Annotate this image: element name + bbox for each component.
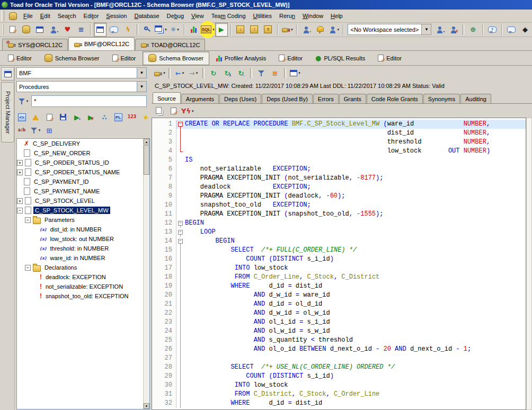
code-line[interactable]: 24 AND ol_w_id = s_w_id xyxy=(152,327,526,336)
menu-utilities[interactable]: Utilities xyxy=(250,11,276,21)
code-line[interactable]: 27 xyxy=(152,354,526,363)
workspace-dropdown-icon[interactable]: ▼ xyxy=(421,24,431,34)
window-tab-editor[interactable]: ✐Editor xyxy=(2,51,38,65)
tab-auditing[interactable]: Auditing xyxy=(460,94,491,104)
dropdown-arrow-icon[interactable]: ▾ xyxy=(212,28,215,32)
window-tab-schema-browser[interactable]: Schema Browser xyxy=(39,51,105,65)
code-line[interactable]: 7 PRAGMA EXCEPTION_INIT (not_serializabl… xyxy=(152,174,526,183)
window-tab-editor[interactable]: ✐Editor xyxy=(273,51,308,65)
back-icon[interactable]: ←▾ xyxy=(173,66,186,80)
fold-margin[interactable] xyxy=(176,381,185,390)
menu-database[interactable]: Database xyxy=(130,11,163,21)
fold-margin[interactable] xyxy=(176,291,185,300)
save-workspace-icon[interactable]: ▪ xyxy=(433,23,446,37)
code-line[interactable]: 13− LOOP xyxy=(152,228,526,237)
fold-margin[interactable] xyxy=(176,390,185,399)
code-line[interactable]: 16 COUNT (DISTINCT s_i_id) xyxy=(152,255,526,264)
code-line[interactable]: 3 threshold NUMBER, xyxy=(152,138,526,147)
options-icon[interactable]: ≡ xyxy=(269,66,281,80)
tree-item-declarations[interactable]: −Declarations xyxy=(17,263,149,272)
comment-icon[interactable] xyxy=(108,23,120,37)
code-line[interactable]: 21 AND d_id = ol_d_id xyxy=(152,300,526,309)
tree-item-threshold[interactable]: (x)threshold: in NUMBER xyxy=(17,244,149,253)
refresh-current-icon[interactable]: ↻1 xyxy=(221,66,234,80)
fold-margin[interactable] xyxy=(176,138,185,147)
schema-browser-dock-icon[interactable] xyxy=(1,67,14,81)
disconnect-icon[interactable]: ✗▾ xyxy=(281,23,294,37)
menu-debug[interactable]: Debug xyxy=(163,11,188,21)
tree-item-ware_id[interactable]: (x)ware_id: in NUMBER xyxy=(17,253,149,263)
fold-margin[interactable] xyxy=(176,318,185,327)
dropdown-arrow-icon[interactable]: ▾ xyxy=(182,71,184,75)
fold-margin[interactable] xyxy=(176,192,185,201)
execute-icon[interactable]: ▶ xyxy=(215,23,228,37)
code-line[interactable]: 23 AND ol_i_id = s_i_id xyxy=(152,318,526,327)
code-line[interactable]: 17 INTO low_stock xyxy=(152,264,526,273)
fold-margin[interactable] xyxy=(176,399,185,408)
object-tree[interactable]: ✗C_SP_DELIVERYC_SP_NEW_ORDER+C_SP_ORDER_… xyxy=(16,138,150,409)
menu-grip[interactable] xyxy=(2,11,4,21)
dropdown-arrow-icon[interactable]: ▾ xyxy=(298,71,300,75)
fold-margin[interactable]: − xyxy=(176,219,185,228)
monitor-icon[interactable] xyxy=(188,23,200,37)
filter-icon[interactable] xyxy=(255,66,268,80)
menu-session[interactable]: Session xyxy=(102,11,130,21)
code-line[interactable]: 10 snapshot_too_old EXCEPTION; xyxy=(152,201,526,210)
explain-plan-icon[interactable]: Yϟ▾ xyxy=(181,104,194,118)
connection-tab-sys@orcl12c[interactable]: ØSYS@ORCL12C xyxy=(2,39,68,50)
describe-objects-icon[interactable]: ≡ xyxy=(75,23,87,37)
tree-item-c_sp_new_order[interactable]: C_SP_NEW_ORDER xyxy=(17,148,149,158)
tab-deps-uses-[interactable]: Deps (Uses) xyxy=(219,94,261,104)
dropdown-arrow-icon[interactable]: ▾ xyxy=(192,109,194,113)
expand-icon[interactable]: + xyxy=(17,198,23,204)
code-line[interactable]: 8 deadlock EXCEPTION; xyxy=(152,183,526,192)
connection-tab-bmf@orcl12c[interactable]: BMF@ORCL12C xyxy=(68,37,135,50)
switch-user-icon[interactable]: ▾ xyxy=(327,23,340,37)
load-in-editor-icon[interactable]: PL xyxy=(112,110,125,124)
menu-editor[interactable]: Editor xyxy=(80,11,103,21)
collapse-icon[interactable]: − xyxy=(25,217,31,223)
tab-errors[interactable]: Errors xyxy=(313,94,339,104)
connection-tab-toad@orcl12c[interactable]: TOAD@ORCL12C xyxy=(135,39,205,50)
alter-icon[interactable] xyxy=(57,110,69,124)
create-icon[interactable]: ✐ xyxy=(43,110,56,124)
fold-margin[interactable] xyxy=(176,156,185,165)
dbsql-window-icon[interactable]: SQL▾ xyxy=(201,23,214,37)
code-line[interactable]: 12−BEGIN xyxy=(152,219,526,228)
tab-source[interactable]: Source xyxy=(153,92,181,104)
fold-margin[interactable] xyxy=(176,282,185,291)
code-line[interactable]: 32 WHERE d_id = dist_id xyxy=(152,399,526,408)
code-line[interactable]: 28 SELECT /*+ USE_NL(C_ORDER_LINE) ORDER… xyxy=(152,363,526,372)
scroll-up-icon[interactable]: ▲ xyxy=(144,139,149,145)
tree-item-not_serializable[interactable]: !not_serializable: EXCEPTION xyxy=(17,282,149,291)
fold-margin[interactable]: − xyxy=(176,120,185,129)
fold-margin[interactable] xyxy=(176,129,185,138)
source-code-viewer[interactable]: 1−CREATE OR REPLACE PROCEDURE BMF.C_SP_S… xyxy=(152,118,526,410)
window-tab-editor[interactable]: ✐Editor xyxy=(372,51,407,65)
code-scrollbar[interactable] xyxy=(526,118,532,410)
code-line[interactable]: 1−CREATE OR REPLACE PROCEDURE BMF.C_SP_S… xyxy=(152,120,526,129)
object-type-select[interactable]: Procedures ▼ xyxy=(16,81,147,92)
filter-icon[interactable]: ▾ xyxy=(29,123,42,137)
menu-edit[interactable]: Edit xyxy=(37,11,54,21)
refresh-all-icon[interactable]: ↻→ xyxy=(235,66,247,80)
schema-browser-icon[interactable] xyxy=(20,23,32,37)
dropdown-arrow-icon[interactable]: ▾ xyxy=(196,71,198,75)
tree-item-c_sp_stock_level[interactable]: +C_SP_STOCK_LEVEL xyxy=(17,196,149,206)
tree-item-c_sp_payment_name[interactable]: C_SP_PAYMENT_NAME xyxy=(17,186,149,196)
window-tab-pl-sql-results[interactable]: ●PL/SQL Results xyxy=(309,51,371,65)
name-filter-input[interactable]: * xyxy=(31,95,147,107)
team-coding-icon[interactable]: ✳▾ xyxy=(169,23,181,37)
compile-order-icon[interactable]: 123 xyxy=(126,110,138,124)
debug-icon[interactable]: ∴ xyxy=(98,110,111,124)
fold-margin[interactable] xyxy=(176,255,185,264)
dropdown-arrow-icon[interactable]: ▾ xyxy=(291,28,293,32)
expand-icon[interactable]: + xyxy=(17,170,23,175)
tree-item-c_sp_delivery[interactable]: ✗C_SP_DELIVERY xyxy=(17,139,149,148)
menu-file[interactable]: File xyxy=(20,11,37,21)
tree-item-c_sp_order_status_id[interactable]: +C_SP_ORDER_STATUS_ID xyxy=(17,158,149,167)
alerts-icon[interactable] xyxy=(314,23,326,37)
tree-item-deadlock[interactable]: !deadlock: EXCEPTION xyxy=(17,272,149,282)
object-search-icon[interactable] xyxy=(141,23,154,37)
fold-margin[interactable] xyxy=(176,309,185,318)
